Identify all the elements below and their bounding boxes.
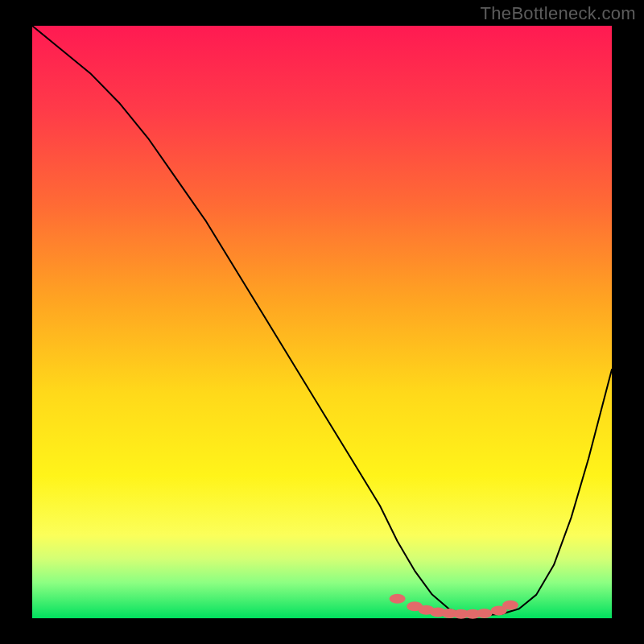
marker-dot <box>390 594 406 604</box>
plot-area <box>32 26 612 618</box>
marker-dot <box>477 609 493 618</box>
bottleneck-curve <box>32 26 612 615</box>
curve-layer <box>32 26 612 618</box>
marker-group <box>390 594 518 619</box>
watermark-text: TheBottleneck.com <box>481 3 636 24</box>
chart-frame: TheBottleneck.com <box>0 0 644 644</box>
marker-dot <box>502 601 518 610</box>
